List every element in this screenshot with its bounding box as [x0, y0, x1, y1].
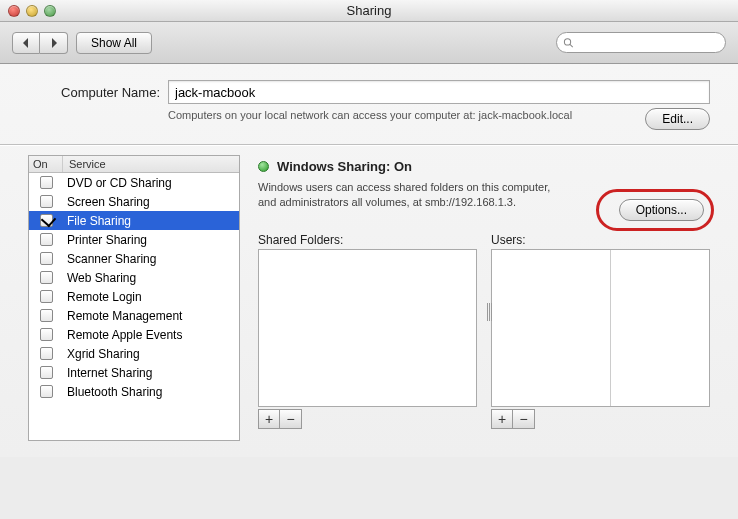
users-add-button[interactable]: +	[491, 409, 513, 429]
col-header-service: Service	[63, 156, 239, 172]
service-checkbox[interactable]	[40, 271, 53, 284]
service-label: Screen Sharing	[63, 195, 235, 209]
service-label: File Sharing	[63, 214, 235, 228]
search-field[interactable]	[556, 32, 726, 53]
status-text: Windows Sharing: On	[277, 159, 412, 174]
computer-name-input[interactable]	[168, 80, 710, 104]
back-button[interactable]	[12, 32, 40, 54]
service-checkbox[interactable]	[40, 214, 53, 227]
search-icon	[563, 37, 574, 49]
zoom-icon[interactable]	[44, 5, 56, 17]
nav-segment	[12, 32, 68, 54]
service-checkbox[interactable]	[40, 366, 53, 379]
service-label: Printer Sharing	[63, 233, 235, 247]
col-header-on: On	[29, 156, 63, 172]
users-list[interactable]	[491, 249, 710, 407]
svg-point-0	[564, 38, 570, 44]
close-icon[interactable]	[8, 5, 20, 17]
status-dot-icon	[258, 161, 269, 172]
service-label: Remote Management	[63, 309, 235, 323]
services-list[interactable]: On Service DVD or CD SharingScreen Shari…	[28, 155, 240, 441]
service-row[interactable]: Xgrid Sharing	[29, 344, 239, 363]
edit-button[interactable]: Edit...	[645, 108, 710, 130]
service-label: Scanner Sharing	[63, 252, 235, 266]
service-checkbox[interactable]	[40, 195, 53, 208]
service-checkbox[interactable]	[40, 252, 53, 265]
service-row[interactable]: Remote Management	[29, 306, 239, 325]
service-label: Bluetooth Sharing	[63, 385, 235, 399]
detail-panel: Windows Sharing: On Windows users can ac…	[258, 155, 710, 441]
options-button[interactable]: Options...	[619, 199, 704, 221]
divider	[0, 144, 738, 145]
service-label: Xgrid Sharing	[63, 347, 235, 361]
content: Computer Name: Computers on your local n…	[0, 64, 738, 457]
service-row[interactable]: Web Sharing	[29, 268, 239, 287]
service-checkbox[interactable]	[40, 328, 53, 341]
computer-name-hint: Computers on your local network can acce…	[168, 108, 633, 123]
service-label: Web Sharing	[63, 271, 235, 285]
service-row[interactable]: Screen Sharing	[29, 192, 239, 211]
service-checkbox[interactable]	[40, 347, 53, 360]
service-row[interactable]: Scanner Sharing	[29, 249, 239, 268]
show-all-button[interactable]: Show All	[76, 32, 152, 54]
service-row[interactable]: File Sharing	[29, 211, 239, 230]
toolbar: Show All	[0, 22, 738, 64]
search-input[interactable]	[574, 37, 719, 49]
service-label: Internet Sharing	[63, 366, 235, 380]
shared-folders-list[interactable]	[258, 249, 477, 407]
shared-add-button[interactable]: +	[258, 409, 280, 429]
svg-line-1	[570, 44, 573, 47]
service-checkbox[interactable]	[40, 385, 53, 398]
services-panel: On Service DVD or CD SharingScreen Shari…	[28, 155, 240, 441]
service-row[interactable]: Bluetooth Sharing	[29, 382, 239, 401]
service-row[interactable]: Internet Sharing	[29, 363, 239, 382]
service-row[interactable]: DVD or CD Sharing	[29, 173, 239, 192]
users-remove-button[interactable]: −	[513, 409, 535, 429]
service-checkbox[interactable]	[40, 176, 53, 189]
shared-folders-label: Shared Folders:	[258, 233, 477, 247]
forward-button[interactable]	[40, 32, 68, 54]
service-row[interactable]: Printer Sharing	[29, 230, 239, 249]
minimize-icon[interactable]	[26, 5, 38, 17]
titlebar: Sharing	[0, 0, 738, 22]
window-title: Sharing	[0, 3, 738, 18]
service-checkbox[interactable]	[40, 309, 53, 322]
service-row[interactable]: Remote Login	[29, 287, 239, 306]
chevron-left-icon	[21, 38, 31, 48]
computer-name-label: Computer Name:	[28, 85, 160, 100]
service-label: Remote Apple Events	[63, 328, 235, 342]
service-checkbox[interactable]	[40, 290, 53, 303]
users-label: Users:	[491, 233, 710, 247]
shared-remove-button[interactable]: −	[280, 409, 302, 429]
service-checkbox[interactable]	[40, 233, 53, 246]
service-row[interactable]: Remote Apple Events	[29, 325, 239, 344]
service-label: Remote Login	[63, 290, 235, 304]
service-label: DVD or CD Sharing	[63, 176, 235, 190]
chevron-right-icon	[49, 38, 59, 48]
status-description: Windows users can access shared folders …	[258, 180, 558, 210]
